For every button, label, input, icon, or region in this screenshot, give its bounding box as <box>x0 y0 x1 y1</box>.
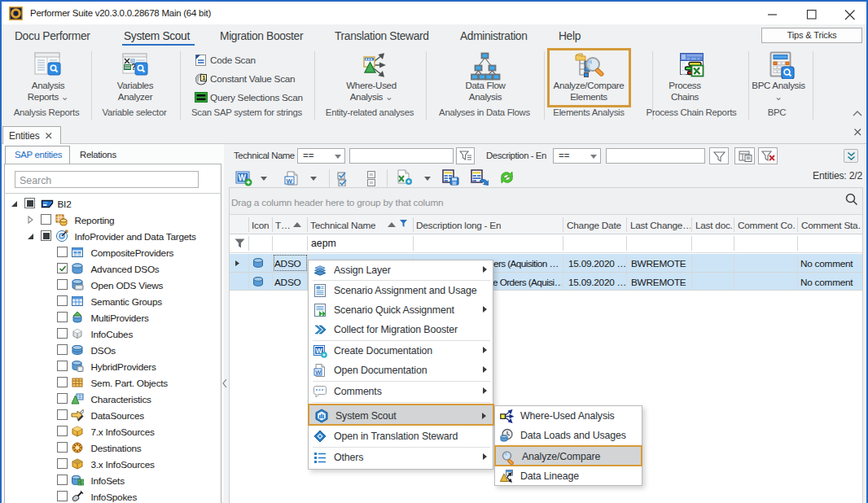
svg-text:W: W <box>287 177 293 185</box>
svg-text:1: 1 <box>202 74 205 81</box>
